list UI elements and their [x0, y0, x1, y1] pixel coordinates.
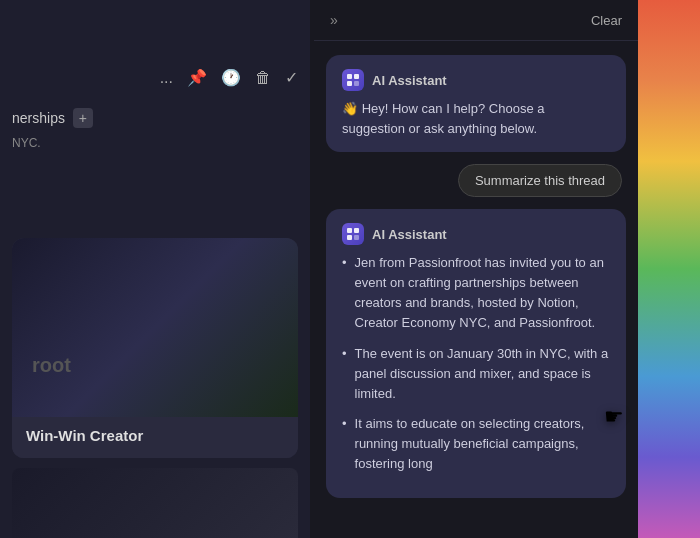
- pin-icon[interactable]: 📌: [187, 68, 207, 87]
- ai-label-2: AI Assistant: [372, 227, 447, 242]
- history-icon[interactable]: 🕐: [221, 68, 241, 87]
- ai-icon-2: [342, 223, 364, 245]
- ai-header-1: AI Assistant: [342, 69, 610, 91]
- svg-rect-2: [347, 81, 352, 86]
- ai-icon-1: [342, 69, 364, 91]
- svg-rect-0: [347, 74, 352, 79]
- right-panel: » Clear AI Assistant 👋 Hey! How can I he…: [314, 0, 638, 538]
- card-logo: root: [32, 354, 71, 377]
- right-decoration-strip: [638, 0, 700, 538]
- bullet-item-3: It aims to educate on selecting creators…: [342, 414, 610, 474]
- add-button[interactable]: +: [73, 108, 93, 128]
- bottom-card-inner: [12, 468, 298, 538]
- summarize-thread-button[interactable]: Summarize this thread: [458, 164, 622, 197]
- ai-header-2: AI Assistant: [342, 223, 610, 245]
- bullet-item-1: Jen from Passionfroot has invited you to…: [342, 253, 610, 334]
- sub-text: NYC.: [12, 136, 41, 150]
- bullet-item-2: The event is on January 30th in NYC, wit…: [342, 344, 610, 404]
- svg-rect-5: [354, 228, 359, 233]
- card-title: Win-Win Creator: [12, 417, 298, 458]
- left-panel: ... 📌 🕐 🗑 ✓ nerships + NYC. root Win-Win…: [0, 0, 310, 538]
- ai-message-text-1: 👋 Hey! How can I help? Choose a suggesti…: [342, 99, 610, 138]
- ai-message-1: AI Assistant 👋 Hey! How can I help? Choo…: [326, 55, 626, 152]
- delete-icon[interactable]: 🗑: [255, 69, 271, 87]
- check-icon[interactable]: ✓: [285, 68, 298, 87]
- clear-button[interactable]: Clear: [591, 13, 622, 28]
- left-card: root Win-Win Creator: [12, 238, 298, 458]
- ai-bullet-list: Jen from Passionfroot has invited you to…: [342, 253, 610, 474]
- ai-label-1: AI Assistant: [372, 73, 447, 88]
- svg-rect-3: [354, 81, 359, 86]
- svg-rect-7: [354, 235, 359, 240]
- bottom-card-stub: [12, 468, 298, 538]
- svg-rect-6: [347, 235, 352, 240]
- chat-body: AI Assistant 👋 Hey! How can I help? Choo…: [314, 41, 638, 538]
- right-panel-header: » Clear: [314, 0, 638, 41]
- svg-rect-1: [354, 74, 359, 79]
- collapse-icon[interactable]: »: [330, 12, 338, 28]
- header-title: nerships: [12, 110, 65, 126]
- left-toolbar: ... 📌 🕐 🗑 ✓: [0, 60, 310, 95]
- left-header: nerships +: [12, 108, 93, 128]
- suggestion-row: Summarize this thread: [326, 164, 626, 197]
- ai-message-2: AI Assistant Jen from Passionfroot has i…: [326, 209, 626, 498]
- svg-rect-4: [347, 228, 352, 233]
- card-image: root: [12, 238, 298, 417]
- more-icon[interactable]: ...: [160, 69, 173, 87]
